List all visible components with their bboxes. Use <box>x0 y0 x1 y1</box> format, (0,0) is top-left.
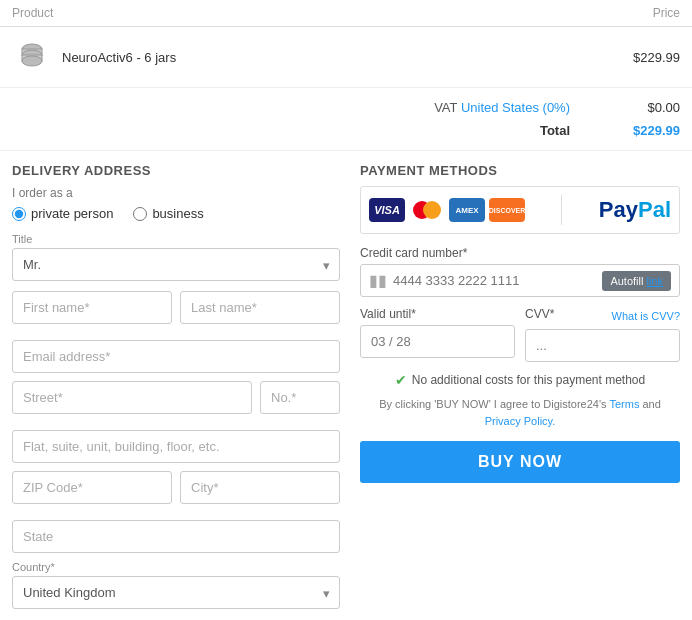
vat-label: VAT United States (0%) <box>434 100 570 115</box>
name-row <box>12 291 340 332</box>
mastercard-icon <box>409 198 445 222</box>
title-label: Title <box>12 233 340 245</box>
order-type-group: private person business <box>12 206 340 221</box>
cc-input-wrapper: ▮▮ Autofill link <box>360 264 680 297</box>
product-row: NeuroActiv6 - 6 jars $229.99 <box>0 27 692 88</box>
city-wrap <box>180 471 340 504</box>
check-icon: ✔ <box>395 372 407 388</box>
city-input[interactable] <box>180 471 340 504</box>
svg-point-4 <box>22 56 42 66</box>
autofill-link[interactable]: link <box>646 275 663 287</box>
cvv-wrap: CVV* What is CVV? <box>525 307 680 362</box>
no-cost-note: ✔ No additional costs for this payment m… <box>360 372 680 388</box>
order-as-label: I order as a <box>12 186 340 200</box>
card-icons: VISA AMEX DISCOVER <box>369 198 525 222</box>
no-input[interactable] <box>260 381 340 414</box>
paypal-logo: PayPal <box>599 197 671 223</box>
vat-row: VAT United States (0%) $0.00 <box>12 96 680 119</box>
zip-wrap <box>12 471 172 504</box>
expiry-cvv-row: Valid until* CVV* What is CVV? <box>360 307 680 362</box>
last-name-wrap <box>180 291 340 324</box>
table-header: Product Price <box>0 0 692 27</box>
delivery-title: DELIVERY ADDRESS <box>12 163 340 178</box>
first-name-input[interactable] <box>12 291 172 324</box>
country-select[interactable]: United Kingdom United States Germany Fra… <box>12 576 340 609</box>
cc-card-icon: ▮▮ <box>369 271 387 290</box>
expiry-wrap: Valid until* <box>360 307 515 362</box>
street-row <box>12 381 340 422</box>
main-content: DELIVERY ADDRESS I order as a private pe… <box>0 151 692 620</box>
amex-icon: AMEX <box>449 198 485 222</box>
delivery-section: DELIVERY ADDRESS I order as a private pe… <box>12 163 340 619</box>
radio-private-input[interactable] <box>12 207 26 221</box>
zip-city-row <box>12 471 340 512</box>
totals-section: VAT United States (0%) $0.00 Total $229.… <box>0 88 692 151</box>
what-is-cvv-link[interactable]: What is CVV? <box>612 310 680 322</box>
discover-icon: DISCOVER <box>489 198 525 222</box>
total-row: Total $229.99 <box>12 119 680 142</box>
flat-wrap <box>12 430 340 463</box>
country-label: Country* <box>12 561 340 573</box>
radio-business[interactable]: business <box>133 206 203 221</box>
state-input[interactable] <box>12 520 340 553</box>
title-select[interactable]: Mr. Mrs. Ms. Dr. <box>12 248 340 281</box>
cc-number-input[interactable] <box>393 265 602 296</box>
radio-private-label: private person <box>31 206 113 221</box>
product-name: NeuroActiv6 - 6 jars <box>62 50 633 65</box>
divider <box>561 195 562 225</box>
payment-title: PAYMENT METHODS <box>360 163 680 178</box>
product-icon <box>12 37 52 77</box>
cvv-label: CVV* <box>525 307 554 321</box>
zip-input[interactable] <box>12 471 172 504</box>
total-label: Total <box>540 123 570 138</box>
payment-section: PAYMENT METHODS VISA AMEX DISCOVER PayPa… <box>360 163 680 619</box>
cvv-input[interactable] <box>525 329 680 362</box>
valid-until-label: Valid until* <box>360 307 515 321</box>
first-name-wrap <box>12 291 172 324</box>
col-price: Price <box>653 6 680 20</box>
privacy-link[interactable]: Privacy Policy. <box>485 415 556 427</box>
radio-business-label: business <box>152 206 203 221</box>
state-wrap <box>12 520 340 553</box>
cvv-field-top: CVV* What is CVV? <box>525 307 680 325</box>
no-cost-text: No additional costs for this payment met… <box>412 373 645 387</box>
street-input[interactable] <box>12 381 252 414</box>
radio-business-input[interactable] <box>133 207 147 221</box>
payment-methods-box: VISA AMEX DISCOVER PayPal <box>360 186 680 234</box>
street-wrap <box>12 381 252 414</box>
col-product: Product <box>12 6 53 20</box>
last-name-input[interactable] <box>180 291 340 324</box>
expiry-input[interactable] <box>360 325 515 358</box>
visa-icon: VISA <box>369 198 405 222</box>
email-wrap <box>12 340 340 373</box>
country-select-wrapper: United Kingdom United States Germany Fra… <box>12 576 340 609</box>
radio-private[interactable]: private person <box>12 206 113 221</box>
terms-text: By clicking 'BUY NOW' I agree to Digisto… <box>360 396 680 429</box>
cc-number-wrap: Credit card number* ▮▮ Autofill link <box>360 246 680 297</box>
no-wrap <box>260 381 340 414</box>
buy-now-button[interactable]: BUY NOW <box>360 441 680 483</box>
terms-link[interactable]: Terms <box>609 398 639 410</box>
product-price: $229.99 <box>633 50 680 65</box>
total-value: $229.99 <box>610 123 680 138</box>
vat-value: $0.00 <box>610 100 680 115</box>
autofill-button[interactable]: Autofill link <box>602 271 671 291</box>
title-select-wrapper: Mr. Mrs. Ms. Dr. <box>12 248 340 281</box>
email-input[interactable] <box>12 340 340 373</box>
vat-country-link[interactable]: United States (0%) <box>461 100 570 115</box>
flat-input[interactable] <box>12 430 340 463</box>
cc-number-label: Credit card number* <box>360 246 680 260</box>
